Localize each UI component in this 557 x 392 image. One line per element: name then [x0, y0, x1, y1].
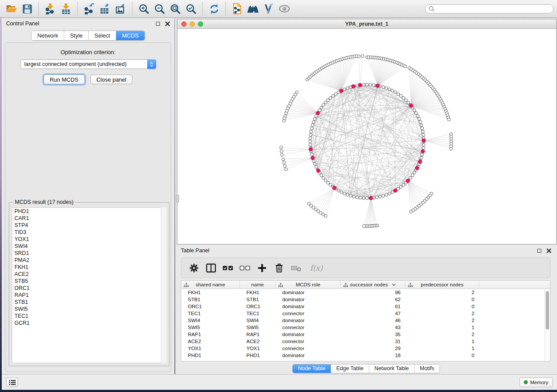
network-node[interactable] — [353, 195, 356, 198]
satellite-node[interactable] — [283, 161, 286, 164]
network-canvas[interactable] — [177, 29, 556, 244]
tab-network[interactable]: Network — [31, 31, 64, 40]
mcds-result-item[interactable]: STB5 — [12, 278, 166, 285]
column-header-shared-name[interactable]: shared name — [181, 281, 240, 289]
mcds-node[interactable] — [406, 179, 409, 182]
network-node[interactable] — [402, 183, 405, 186]
network-node[interactable] — [422, 130, 425, 133]
satellite-node[interactable] — [450, 147, 453, 150]
mcds-result-item[interactable]: ORC1 — [12, 285, 166, 292]
network-node[interactable] — [337, 189, 340, 192]
tab-motifs[interactable]: Motifs — [415, 364, 439, 373]
network-node[interactable] — [422, 143, 425, 146]
network-node[interactable] — [418, 117, 421, 120]
mcds-node[interactable] — [339, 89, 343, 93]
network-node[interactable] — [346, 86, 349, 89]
delete-table-button[interactable] — [290, 261, 303, 275]
tab-style[interactable]: Style — [64, 31, 89, 40]
network-node[interactable] — [320, 174, 323, 177]
mcds-node[interactable] — [316, 111, 319, 115]
close-panel-button[interactable] — [165, 21, 170, 26]
select-all-rows-button[interactable] — [221, 261, 235, 275]
open-file-button[interactable] — [3, 1, 19, 16]
mcds-result-item[interactable]: STB1 — [12, 299, 166, 306]
mcds-node[interactable] — [415, 166, 419, 170]
network-node[interactable] — [310, 153, 313, 156]
network-node[interactable] — [326, 99, 329, 102]
search-network-button[interactable] — [245, 1, 261, 16]
table-row[interactable]: FKH1FKH1dominator962 — [181, 289, 550, 296]
mcds-node[interactable] — [418, 160, 422, 163]
table-vertical-scrollbar[interactable] — [544, 289, 550, 361]
network-node[interactable] — [385, 86, 388, 89]
close-table-panel-button[interactable] — [547, 248, 551, 253]
table-row[interactable]: YOX1YOX1connector291 — [181, 345, 550, 352]
table-row[interactable]: STB1STB1dominator620 — [181, 296, 550, 303]
network-node[interactable] — [422, 134, 425, 137]
mcds-result-item[interactable]: RAP1 — [12, 292, 166, 299]
satellite-node[interactable] — [295, 91, 298, 94]
memory-button[interactable]: Memory — [519, 378, 553, 387]
network-node[interactable] — [385, 193, 388, 196]
network-node[interactable] — [411, 174, 414, 177]
network-node[interactable] — [312, 120, 315, 124]
network-node[interactable] — [309, 137, 312, 140]
network-node[interactable] — [399, 94, 402, 97]
show-columns-button[interactable] — [204, 261, 218, 275]
network-node[interactable] — [313, 162, 316, 165]
float-panel-button[interactable] — [156, 22, 160, 26]
network-node[interactable] — [375, 196, 378, 199]
network-node[interactable] — [421, 153, 424, 156]
network-node[interactable] — [422, 147, 425, 150]
table-settings-button[interactable] — [187, 261, 201, 275]
create-column-button[interactable] — [256, 261, 269, 275]
network-node[interactable] — [416, 114, 419, 117]
zoom-fit-button[interactable] — [167, 1, 183, 16]
mcds-node[interactable] — [369, 196, 373, 200]
delete-column-button[interactable] — [273, 261, 286, 275]
table-row[interactable]: RAP1RAP1dominator352 — [181, 331, 550, 338]
mcds-node[interactable] — [422, 139, 426, 142]
network-node[interactable] — [356, 196, 359, 199]
satellite-node[interactable] — [282, 158, 285, 161]
import-table-button[interactable] — [58, 1, 74, 16]
network-node[interactable] — [309, 134, 312, 137]
export-table-button[interactable] — [97, 1, 113, 16]
network-node[interactable] — [366, 83, 369, 86]
mcds-result-item[interactable]: GCR1 — [12, 320, 166, 327]
tab-select[interactable]: Select — [89, 31, 116, 40]
tab-edge-table[interactable]: Edge Table — [331, 364, 369, 373]
mcds-result-item[interactable]: SWI4 — [12, 243, 166, 250]
network-node[interactable] — [324, 101, 327, 104]
network-node[interactable] — [322, 103, 325, 107]
export-network-button[interactable] — [81, 1, 97, 16]
table-row[interactable]: SWI5SWI5connector431 — [181, 324, 550, 331]
network-node[interactable] — [420, 124, 423, 127]
network-node[interactable] — [362, 196, 365, 199]
column-header-predecessor-nodes[interactable]: predecessor nodes — [405, 281, 479, 289]
network-node[interactable] — [369, 83, 372, 86]
mcds-node[interactable] — [421, 149, 425, 153]
tab-mcds[interactable]: MCDS — [116, 31, 144, 40]
network-node[interactable] — [391, 89, 394, 92]
deselect-all-rows-button[interactable] — [239, 261, 252, 275]
satellite-node[interactable] — [363, 225, 366, 228]
apply-layout-button[interactable] — [206, 1, 222, 16]
mcds-node[interactable] — [409, 104, 413, 107]
network-node[interactable] — [322, 176, 325, 179]
network-node[interactable] — [366, 197, 369, 200]
table-row[interactable]: PHD1PHD1dominator180 — [181, 352, 550, 359]
network-node[interactable] — [340, 191, 343, 194]
table-row[interactable]: ORC1ORC1dominator610 — [181, 303, 550, 310]
satellite-node[interactable] — [447, 118, 450, 121]
network-node[interactable] — [334, 93, 337, 96]
network-node[interactable] — [409, 176, 412, 179]
column-header-MCDS-role[interactable]: MCDS role — [276, 281, 341, 289]
mcds-result-item[interactable]: SWI5 — [12, 306, 166, 313]
network-node[interactable] — [309, 140, 312, 143]
close-panel-button-mcds[interactable]: Close panel — [90, 75, 133, 84]
table-row[interactable]: ACE2ACE2connector311 — [181, 338, 550, 345]
mcds-result-item[interactable]: TEC1 — [12, 313, 166, 320]
network-node[interactable] — [349, 194, 352, 197]
mcds-result-item[interactable]: PHD1 — [12, 208, 166, 215]
